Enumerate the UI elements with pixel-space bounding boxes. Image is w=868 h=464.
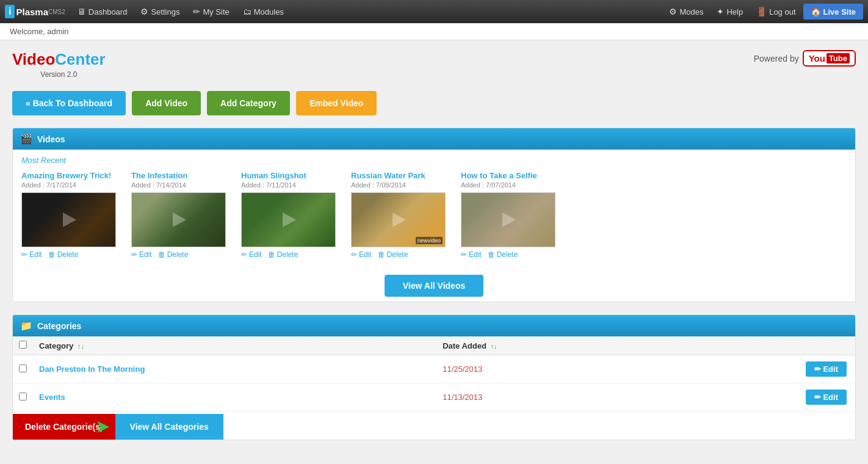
svg-marker-1	[173, 212, 186, 227]
row-checkbox-cell	[13, 383, 33, 411]
most-recent-label: Most Recent	[21, 156, 847, 165]
play-icon	[167, 208, 191, 232]
play-icon	[496, 208, 521, 232]
nav-logout[interactable]: 🚪Log out	[750, 4, 801, 19]
video-item: Amazing Brewery Trick! Added : 7/17/2014…	[21, 171, 119, 259]
logo-plasma: Plasma	[16, 7, 48, 17]
play-icon	[386, 208, 411, 232]
trash-icon: 🗑	[268, 250, 275, 259]
video-actions: ✏ Edit 🗑 Delete	[461, 250, 559, 259]
title-video: Video	[12, 50, 55, 68]
add-video-button[interactable]: Add Video	[132, 91, 201, 115]
arrow-indicator: ➤	[96, 418, 109, 437]
edit-category-button[interactable]: ✏ Edit	[806, 361, 847, 377]
edit-video-link[interactable]: ✏ Edit	[351, 250, 372, 259]
play-icon	[277, 208, 301, 232]
category-actions-cell: ✏ Edit	[665, 383, 855, 411]
category-date: 11/13/2013	[443, 393, 482, 402]
delete-video-link[interactable]: 🗑 Delete	[48, 250, 79, 259]
logout-icon: 🚪	[756, 7, 767, 16]
back-to-dashboard-button[interactable]: « Back To Dashboard	[12, 91, 126, 115]
select-all-checkbox[interactable]	[19, 341, 27, 349]
videos-panel: 🎬 Videos Most Recent Amazing Brewery Tri…	[12, 128, 856, 302]
pencil-icon: ✏	[131, 250, 137, 259]
nav-modes[interactable]: ⚙Modes	[663, 4, 709, 19]
nav-dashboard[interactable]: 🖥Dashboard	[71, 4, 134, 19]
logo[interactable]: i PlasmaCMS2	[5, 5, 65, 18]
help-icon: ✦	[717, 7, 724, 16]
date-sort-icon[interactable]: ↑↓	[491, 343, 497, 350]
categories-table: Category ↑↓ Date Added ↑↓ Dan	[13, 336, 855, 411]
video-thumbnail[interactable]	[21, 192, 116, 247]
video-title[interactable]: How to Take a Selfie	[461, 171, 559, 180]
modules-icon: 🗂	[243, 7, 251, 16]
video-title[interactable]: The Infestation	[131, 171, 229, 180]
trash-icon: 🗑	[378, 250, 385, 259]
video-thumbnail[interactable]	[241, 192, 336, 247]
video-date: Added : 7/11/2014	[241, 181, 339, 189]
delete-video-link[interactable]: 🗑 Delete	[488, 250, 518, 259]
delete-video-link[interactable]: 🗑 Delete	[268, 250, 298, 259]
video-title[interactable]: Russian Water Park	[351, 171, 449, 180]
video-item: The Infestation Added : 7/14/2014 ✏ Edit…	[131, 171, 229, 259]
video-title[interactable]: Amazing Brewery Trick!	[21, 171, 119, 180]
videos-panel-body: Most Recent Amazing Brewery Trick! Added…	[13, 150, 855, 265]
edit-video-link[interactable]: ✏ Edit	[241, 250, 262, 259]
video-thumbnail[interactable]	[131, 192, 226, 247]
nav-livesite[interactable]: 🏠Live Site	[803, 4, 863, 20]
category-name-link[interactable]: Dan Preston In The Morning	[39, 364, 145, 374]
video-thumbnail[interactable]: newvideo	[351, 192, 446, 247]
nav-help[interactable]: ✦Help	[711, 4, 749, 19]
trash-icon: 🗑	[488, 250, 495, 259]
category-date-cell: 11/13/2013	[436, 383, 665, 411]
view-all-categories-button[interactable]: View All Categories	[115, 414, 223, 440]
logo-cms: CMS2	[48, 9, 65, 15]
welcome-text: Welcome, admin	[10, 27, 69, 36]
video-item: How to Take a Selfie Added : 7/07/2014 ✏…	[461, 171, 559, 259]
video-item: Russian Water Park Added : 7/09/2014 new…	[351, 171, 449, 259]
edit-category-button[interactable]: ✏ Edit	[806, 390, 847, 405]
app-title: VideoCenter	[12, 50, 106, 69]
category-sort-icon[interactable]: ↑↓	[78, 343, 84, 350]
pencil-icon: ✏	[351, 250, 357, 259]
main-content: VideoCenter Version 2.0 Powered by YouTu…	[0, 40, 868, 462]
video-date: Added : 7/09/2014	[351, 181, 449, 189]
row-checkbox[interactable]	[19, 364, 27, 372]
delete-video-link[interactable]: 🗑 Delete	[158, 250, 189, 259]
video-overlay: newvideo	[416, 237, 443, 244]
view-all-videos-button[interactable]: View All Videos	[385, 275, 483, 297]
video-thumbnail[interactable]	[461, 192, 555, 247]
home-icon: 🏠	[811, 7, 821, 16]
trash-icon: 🗑	[48, 250, 56, 259]
categories-panel-title: Categories	[37, 321, 81, 331]
row-checkbox[interactable]	[19, 393, 27, 401]
edit-video-link[interactable]: ✏ Edit	[461, 250, 482, 259]
title-center: Center	[55, 50, 105, 68]
video-title[interactable]: Human Slingshot	[241, 171, 339, 180]
video-actions: ✏ Edit 🗑 Delete	[131, 250, 229, 259]
edit-video-link[interactable]: ✏ Edit	[131, 250, 152, 259]
table-row: Dan Preston In The Morning 11/25/2013 ✏ …	[13, 355, 855, 383]
svg-marker-2	[283, 212, 296, 227]
delete-video-link[interactable]: 🗑 Delete	[378, 250, 408, 259]
video-actions: ✏ Edit 🗑 Delete	[241, 250, 339, 259]
nav-modules[interactable]: 🗂Modules	[237, 4, 290, 19]
col-date-header: Date Added ↑↓	[436, 336, 665, 355]
video-date: Added : 7/17/2014	[21, 181, 119, 189]
col-actions-header	[665, 336, 855, 355]
embed-video-button[interactable]: Embed Video	[296, 91, 377, 115]
nav-mysite[interactable]: ✏My Site	[187, 4, 235, 19]
top-navigation: i PlasmaCMS2 🖥Dashboard ⚙Settings ✏My Si…	[0, 0, 868, 23]
trash-icon: 🗑	[158, 250, 165, 259]
bottom-actions: Delete Categorie(s) ➤ View All Categorie…	[13, 414, 855, 440]
table-row: Events 11/13/2013 ✏ Edit	[13, 383, 855, 411]
category-date-cell: 11/25/2013	[436, 355, 665, 383]
nav-right: ⚙Modes ✦Help 🚪Log out 🏠Live Site	[663, 4, 863, 20]
videos-panel-header: 🎬 Videos	[13, 128, 855, 150]
view-all-row: View All Videos	[13, 265, 855, 302]
category-date: 11/25/2013	[443, 364, 482, 374]
category-name-link[interactable]: Events	[39, 393, 65, 402]
add-category-button[interactable]: Add Category	[207, 91, 290, 115]
edit-video-link[interactable]: ✏ Edit	[21, 250, 42, 259]
nav-settings[interactable]: ⚙Settings	[134, 4, 186, 19]
